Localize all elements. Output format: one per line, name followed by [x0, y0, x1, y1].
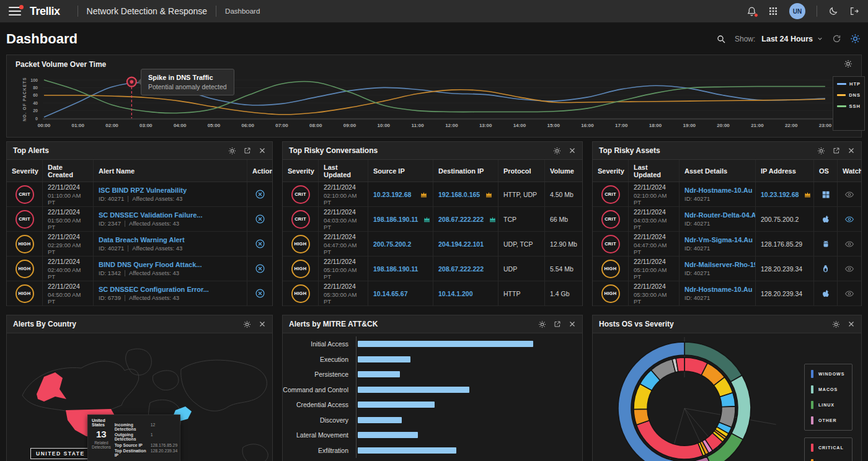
table-row[interactable]: CRIT 22/11/202404:03:00 AM PT 198.186.19…	[283, 207, 582, 232]
logout-icon[interactable]	[849, 6, 859, 16]
time-range-dropdown[interactable]: Show: Last 24 Hours	[735, 35, 823, 43]
table-row[interactable]: HIGH 22/11/202404:50:00 AM PT SC DNSSEC …	[7, 281, 272, 306]
mitre-bar[interactable]	[358, 341, 533, 347]
svg-text:01:00: 01:00	[72, 123, 85, 128]
gear-icon[interactable]	[832, 320, 840, 328]
close-icon[interactable]	[848, 147, 855, 154]
legend-item[interactable]: SSH	[837, 103, 861, 109]
gear-icon[interactable]	[538, 320, 546, 328]
tooltip-title: Spike in DNS Traffic	[148, 74, 227, 81]
ip-address[interactable]: 198.186.190.11	[373, 216, 418, 223]
mitre-bar[interactable]	[358, 432, 418, 438]
mitre-bar[interactable]	[358, 402, 435, 408]
asset-name-link[interactable]: Ndr-Hostname-10.Au	[684, 286, 752, 293]
chart-legend: HTPDNSSSH	[833, 76, 865, 131]
breadcrumb[interactable]: Dashboard	[225, 7, 260, 15]
table-row[interactable]: HIGH 22/11/202405:30:00 AM PT Ndr-Hostna…	[593, 281, 861, 306]
table-row[interactable]: CRIT 22/11/202401:10:00 AM PT ISC BIND R…	[7, 182, 272, 207]
settings-gear-icon[interactable]	[850, 33, 861, 44]
asset-name-link[interactable]: Ndr-Router-Delta-04.A...	[684, 211, 756, 219]
table-row[interactable]: HIGH 22/11/202404:47:00 AM PT 200.75.200…	[283, 232, 582, 257]
close-icon[interactable]	[569, 147, 576, 154]
search-icon[interactable]	[716, 34, 726, 44]
close-icon[interactable]	[259, 320, 266, 328]
user-avatar[interactable]: UN	[789, 3, 805, 19]
table-row[interactable]: HIGH 22/11/202402:40:00 AM PT BIND DNS Q…	[7, 257, 272, 281]
table-row[interactable]: HIGH 22/11/202405:10:00 AM PT 198.186.19…	[283, 257, 582, 281]
gear-icon[interactable]	[817, 147, 825, 155]
watch-eye-icon[interactable]	[844, 289, 854, 299]
dismiss-alert-icon[interactable]	[255, 189, 265, 200]
legend-item[interactable]: MACOS	[811, 385, 846, 393]
close-icon[interactable]	[569, 320, 576, 328]
apps-grid-icon[interactable]	[768, 6, 778, 16]
bell-icon[interactable]	[746, 6, 757, 17]
gear-icon[interactable]	[228, 147, 236, 155]
watch-eye-icon[interactable]	[844, 264, 854, 274]
mitre-bar[interactable]	[358, 356, 410, 362]
dismiss-alert-icon[interactable]	[255, 263, 265, 274]
table-row[interactable]: HIGH 22/11/202405:30:00 AM PT 10.14.65.6…	[283, 281, 582, 306]
alert-name-link[interactable]: SC DNSSEC Validation Failure...	[99, 211, 202, 219]
refresh-icon[interactable]	[832, 34, 841, 43]
watch-eye-icon[interactable]	[844, 239, 854, 249]
close-icon[interactable]	[848, 320, 855, 328]
dark-mode-moon-icon[interactable]	[828, 6, 838, 16]
ip-address[interactable]: 10.14.1.200	[438, 290, 472, 297]
ip-address[interactable]: 10.23.192.68	[761, 191, 799, 198]
alert-name-link[interactable]: BIND DNS Query Flood Attack...	[99, 261, 202, 268]
severity-cell: HIGH	[283, 257, 319, 281]
legend-item[interactable]: LINUX	[811, 401, 846, 409]
ip-address[interactable]: 204.194.22.101	[438, 240, 484, 248]
table-row[interactable]: CRIT 22/11/202404:03:00 AM PT Ndr-Router…	[593, 207, 861, 232]
open-external-icon[interactable]	[244, 147, 251, 154]
open-external-icon[interactable]	[554, 320, 561, 328]
gear-icon[interactable]	[243, 320, 251, 328]
table-row[interactable]: CRIT 22/11/202401:50:00 AM PT SC DNSSEC …	[7, 207, 272, 232]
ip-address[interactable]: 10.23.192.68	[373, 191, 411, 198]
legend-item[interactable]: CRITICAL	[811, 444, 846, 452]
ip-address[interactable]: 208.67.222.222	[438, 265, 484, 273]
asset-name-link[interactable]: Ndr-Hostname-10.Au	[684, 187, 752, 194]
map-region-alaska[interactable]	[37, 372, 66, 402]
mitre-bar[interactable]	[358, 447, 456, 454]
table-row[interactable]: CRIT 22/11/202402:10:00 AM PT 10.23.192.…	[283, 182, 582, 207]
trellix-logo[interactable]: Trellix	[30, 5, 60, 18]
watch-eye-icon[interactable]	[844, 190, 854, 200]
mitre-bar[interactable]	[358, 387, 469, 393]
legend-item[interactable]: WINDOWS	[811, 370, 846, 378]
alert-name-link[interactable]: Data Breach Warning Alert	[99, 236, 185, 244]
date-cell: 22/11/202402:40:00 AM PT	[43, 257, 94, 281]
open-external-icon[interactable]	[833, 147, 840, 154]
ip-address[interactable]: 208.67.222.222	[438, 216, 484, 223]
watch-cell	[838, 207, 861, 231]
map-tooltip: United States 13 Related Detections Inco…	[87, 415, 180, 461]
legend-item[interactable]: OTHER	[811, 416, 846, 424]
asset-name-link[interactable]: Ndr-Vm-Sigma-14.Au	[684, 236, 753, 244]
tooltip-count-label: Related Detections	[92, 441, 111, 449]
legend-item[interactable]: HTP	[837, 81, 861, 87]
table-row[interactable]: CRIT 22/11/202402:10:00 AM PT Ndr-Hostna…	[593, 182, 861, 207]
legend-item[interactable]: DNS	[837, 92, 861, 98]
mitre-bar[interactable]	[358, 417, 402, 423]
gear-icon[interactable]	[553, 147, 561, 155]
alert-name-link[interactable]: SC DNSSEC Configuration Error...	[99, 286, 209, 293]
hamburger-menu-icon[interactable]	[9, 7, 21, 15]
asset-name-link[interactable]: Ndr-Mailserver-Rho-19...	[684, 261, 756, 268]
watch-eye-icon[interactable]	[844, 214, 854, 224]
top-alerts-table: SeverityDate CreatedAlert NameAction CRI…	[7, 160, 272, 306]
mitre-bar[interactable]	[358, 371, 400, 377]
dismiss-alert-icon[interactable]	[255, 239, 265, 249]
ip-address[interactable]: 198.186.190.11	[373, 265, 418, 273]
table-row[interactable]: CRIT 22/11/202404:47:00 AM PT Ndr-Vm-Sig…	[593, 232, 861, 257]
table-row[interactable]: HIGH 22/11/202402:29:00 AM PT Data Breac…	[7, 232, 272, 257]
ip-address[interactable]: 200.75.200.2	[373, 240, 411, 248]
alert-name-link[interactable]: ISC BIND RPZ Vulnerability	[99, 187, 187, 194]
dismiss-alert-icon[interactable]	[255, 214, 265, 224]
ip-address[interactable]: 192.168.0.165	[438, 191, 480, 198]
close-icon[interactable]	[259, 147, 266, 154]
severity-cell: HIGH	[7, 232, 43, 256]
dismiss-alert-icon[interactable]	[255, 288, 265, 299]
table-row[interactable]: HIGH 22/11/202405:10:00 AM PT Ndr-Mailse…	[593, 257, 861, 281]
ip-address[interactable]: 10.14.65.67	[373, 290, 407, 297]
